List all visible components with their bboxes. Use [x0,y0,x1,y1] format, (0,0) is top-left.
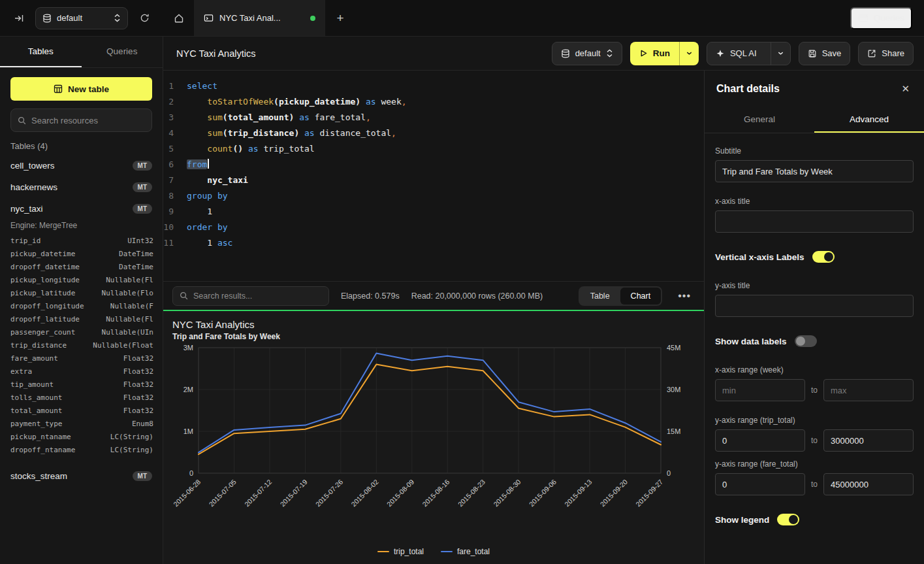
editor-line[interactable]: 7 nyc_taxi [163,173,704,188]
tab-advanced[interactable]: Advanced [814,107,924,133]
show-data-labels-toggle[interactable] [795,335,817,347]
code-text: group by [187,188,228,204]
column-row[interactable]: dropoff_longitudeNullable(F [0,299,163,312]
x-range-max-input[interactable] [823,379,914,401]
refresh-icon[interactable] [135,8,154,28]
view-table-button[interactable]: Table [580,288,620,305]
engine-badge: MT [133,204,152,214]
y-axis-title-input[interactable] [715,295,914,317]
sidebar-tab-tables[interactable]: Tables [0,37,82,67]
column-row[interactable]: pickup_datetimeDateTime [0,247,163,260]
column-row[interactable]: trip_distanceNullable(Float [0,339,163,352]
queries-button[interactable]: Queries [850,7,912,29]
x-range-min-input[interactable] [715,379,805,401]
save-button[interactable]: Save [799,42,851,65]
share-button[interactable]: Share [858,42,914,65]
subtitle-input[interactable] [715,160,914,182]
y-range-fare-min-input[interactable] [715,473,805,495]
column-row[interactable]: pickup_ntanameLC(String) [0,430,163,443]
database-selector[interactable]: default [35,7,128,29]
column-row[interactable]: payment_typeEnum8 [0,417,163,430]
column-row[interactable]: dropoff_latitudeNullable(Fl [0,312,163,325]
editor-line[interactable]: 2 toStartOfWeek(pickup_datetime) as week… [163,94,704,110]
column-row[interactable]: fare_amountFloat32 [0,352,163,365]
search-resources-input[interactable] [31,116,145,125]
more-options-icon[interactable]: ••• [674,288,695,305]
editor-line[interactable]: 8group by [163,188,704,204]
home-tab[interactable] [163,0,195,36]
line-number: 8 [163,188,187,204]
column-type: Nullable(Float [93,341,153,350]
text-cursor [208,159,209,169]
chart-details-tabs: General Advanced [705,107,924,133]
editor-line[interactable]: 9 1 [163,204,704,220]
sql-editor[interactable]: 1select2 toStartOfWeek(pickup_datetime) … [163,71,704,281]
chart-details-title: Chart details [716,83,780,95]
legend-item-fare_total[interactable]: fare_total [441,547,490,556]
save-button-label: Save [822,48,842,58]
sidebar-tab-queries[interactable]: Queries [82,37,163,67]
unsaved-changes-dot [310,16,315,21]
sql-ai-chevron[interactable] [771,42,790,65]
table-item-nyc_taxi[interactable]: nyc_taxiMT [0,198,163,220]
show-legend-label: Show legend [715,515,769,525]
sql-ai-button[interactable]: SQL AI [707,42,791,65]
editor-line[interactable]: 11 1 asc [163,235,704,251]
column-type: Float32 [123,367,153,376]
new-table-button[interactable]: New table [10,77,152,101]
x-axis-title-input[interactable] [715,210,914,233]
editor-line[interactable]: 1select [163,78,704,94]
svg-text:1M: 1M [183,427,193,435]
show-legend-toggle[interactable] [777,514,799,525]
search-results-input[interactable] [193,291,322,301]
editor-line[interactable]: 10order by [163,220,704,235]
sidebar-tabs: Tables Queries [0,37,163,68]
vertical-x-labels-toggle[interactable] [812,251,835,263]
sql-ai-label: SQL AI [730,48,757,58]
close-icon[interactable]: ✕ [899,80,912,97]
editor-line[interactable]: 3 sum(total_amount) as fare_total, [163,110,704,125]
column-row[interactable]: tip_amountFloat32 [0,378,163,391]
column-row[interactable]: extraFloat32 [0,365,163,378]
query-database-selector[interactable]: default [552,42,622,65]
query-database-value: default [575,48,601,58]
legend-item-trip_total[interactable]: trip_total [377,547,424,556]
home-icon [174,13,184,24]
column-row[interactable]: pickup_longitudeNullable(Fl [0,273,163,286]
new-tab-button[interactable]: + [325,0,355,36]
editor-line[interactable]: 4 sum(trip_distance) as distance_total, [163,125,704,141]
collapse-sidebar-icon[interactable] [9,8,29,28]
editor-line[interactable]: 6from [163,157,704,173]
editor-line[interactable]: 5 count() as trip_total [163,141,704,157]
tab-general[interactable]: General [705,107,814,133]
column-name: dropoff_ntaname [10,446,75,454]
range-to-label: to [811,436,818,445]
svg-text:2015-06-28: 2015-06-28 [172,478,202,508]
table-item-hackernews[interactable]: hackernewsMT [0,176,163,198]
column-row[interactable]: trip_idUInt32 [0,234,163,247]
column-row[interactable]: total_amountFloat32 [0,404,163,417]
line-number: 10 [163,220,187,235]
column-row[interactable]: tolls_amountFloat32 [0,391,163,404]
run-options-chevron[interactable] [679,42,699,65]
column-row[interactable]: passenger_countNullable(UIn [0,325,163,339]
query-tab-nyc-taxi[interactable]: NYC Taxi Anal... [195,0,325,36]
chart-plot[interactable]: 01M2M3M015M30M45M2015-06-282015-07-05201… [172,344,695,546]
y-range-fare-max-input[interactable] [823,473,914,495]
column-row[interactable]: dropoff_datetimeDateTime [0,260,163,273]
legend-label: fare_total [457,547,490,556]
svg-text:2015-08-09: 2015-08-09 [385,478,416,508]
column-row[interactable]: dropoff_ntanameLC(String) [0,443,163,456]
column-name: dropoff_longitude [10,302,84,310]
run-button[interactable]: Run [630,42,699,65]
sparkle-icon [716,49,725,58]
svg-text:2015-07-26: 2015-07-26 [314,478,345,508]
chevrons-updown-icon [114,14,121,22]
y-range-trip-max-input[interactable] [823,429,914,452]
column-row[interactable]: pickup_latitudeNullable(Flo [0,286,163,299]
table-item-cell_towers[interactable]: cell_towersMT [0,155,163,176]
view-chart-button[interactable]: Chart [620,288,661,305]
table-item-stocks_stream[interactable]: stocks_streamMT [0,465,163,487]
svg-text:2015-09-06: 2015-09-06 [528,478,558,508]
y-range-trip-min-input[interactable] [715,429,805,452]
